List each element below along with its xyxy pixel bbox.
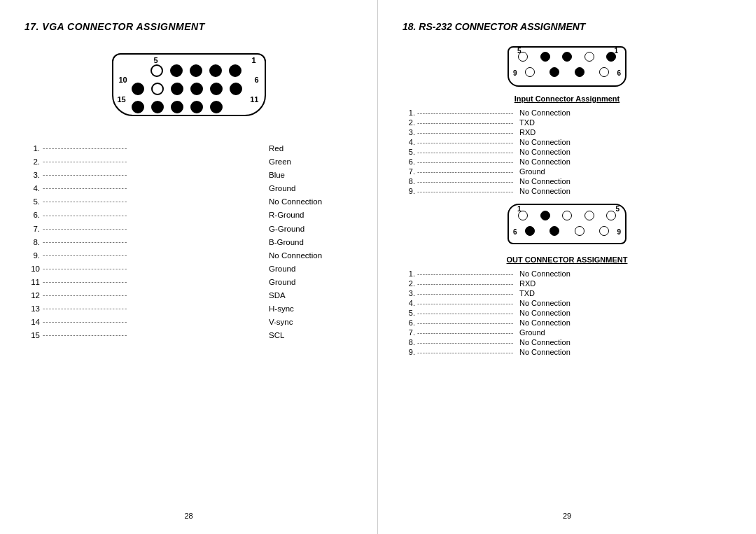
vga-pin-row: 6. ---------------------------- R-Ground [24, 209, 353, 220]
ipin-8 [575, 67, 584, 77]
pin-3 [190, 64, 202, 77]
input-pin-num: 5. [402, 148, 415, 156]
input-pin-row: 5. ------------------------------------ … [402, 148, 732, 156]
ipin-3 [562, 52, 572, 62]
vga-pin-dots: ---------------------------- [43, 157, 263, 167]
output-pin-num: 8. [402, 338, 415, 346]
vga-pin-row: 15 ---------------------------- SCL [24, 330, 353, 341]
output-pin-dots: ------------------------------------ [417, 309, 515, 317]
output-pin-signal: No Connection [519, 309, 603, 317]
input-pin-num: 6. [402, 157, 415, 166]
output-lbl-6: 6 [513, 228, 517, 236]
vga-pin-row: 3. ---------------------------- Blue [24, 169, 353, 181]
output-lbl-1: 1 [517, 205, 522, 213]
opin-8 [575, 226, 584, 236]
input-pin-signal: No Connection [519, 148, 603, 156]
output-pin-signal: TXD [519, 289, 603, 297]
pin-5 [150, 64, 163, 77]
vga-pin-row: 14 ---------------------------- V-sync [24, 316, 353, 328]
input-pin-dots: ------------------------------------ [417, 158, 515, 166]
vga-pin-dots: ---------------------------- [43, 277, 263, 287]
vga-pin-num: 10 [24, 263, 40, 274]
output-pin-row: 4. ------------------------------------ … [402, 299, 732, 307]
output-pin-signal: No Connection [519, 318, 603, 327]
vga-pin-signal: Red [269, 143, 353, 154]
vga-lbl-6: 6 [254, 76, 258, 84]
input-pin-signal: No Connection [519, 187, 603, 195]
input-pin-dots: ------------------------------------ [417, 148, 515, 156]
vga-pin-dots: ---------------------------- [43, 143, 263, 153]
vga-row1 [150, 64, 241, 77]
output-pin-dots: ------------------------------------ [417, 280, 515, 288]
vga-pin-num: 4. [24, 183, 40, 194]
output-lbl-5: 5 [615, 205, 620, 213]
input-pin-list: 1. ------------------------------------ … [402, 108, 732, 195]
input-pin-row: 7. ------------------------------------ … [402, 167, 732, 176]
input-pin-num: 2. [402, 118, 415, 127]
input-pin-dots: ------------------------------------ [417, 188, 515, 195]
vga-pin-dots: ---------------------------- [43, 290, 263, 300]
left-page: 17. VGA CONNECTOR ASSIGNMENT [0, 0, 378, 534]
output-lbl-9: 9 [617, 228, 621, 236]
input-pin-signal: RXD [519, 128, 603, 136]
vga-pin-num: 2. [24, 156, 40, 167]
output-pin-row: 8. ------------------------------------ … [402, 338, 732, 346]
vga-pin-row: 2. ---------------------------- Green [24, 156, 353, 167]
vga-pin-signal: Green [269, 156, 353, 167]
input-db9-row1 [518, 52, 616, 62]
opin-4 [584, 211, 594, 220]
pin-7r2 [190, 83, 203, 95]
input-pin-row: 6. ------------------------------------ … [402, 157, 732, 166]
vga-pin-row: 10 ---------------------------- Ground [24, 263, 353, 274]
input-lbl-9: 9 [513, 69, 517, 77]
output-pin-dots: ------------------------------------ [417, 319, 515, 327]
vga-pin-dots: ---------------------------- [43, 224, 263, 234]
vga-pin-num: 8. [24, 237, 40, 248]
input-pin-row: 9. ------------------------------------ … [402, 187, 732, 195]
vga-title: 17. VGA CONNECTOR ASSIGNMENT [24, 21, 353, 32]
output-pin-num: 7. [402, 328, 415, 337]
vga-pin-dots: ---------------------------- [43, 304, 263, 314]
input-pin-signal: No Connection [519, 108, 603, 117]
vga-pin-row: 5. ---------------------------- No Conne… [24, 196, 353, 207]
output-pin-list: 1. ------------------------------------ … [402, 269, 732, 356]
vga-pin-num: 9. [24, 250, 40, 261]
output-pin-row: 6. ------------------------------------ … [402, 318, 732, 327]
input-pin-signal: No Connection [519, 177, 603, 185]
pin-12 [190, 101, 203, 113]
opin-7 [550, 226, 559, 236]
input-pin-dots: ------------------------------------ [417, 109, 515, 117]
vga-pin-num: 3. [24, 169, 40, 181]
vga-pin-signal: Ground [269, 183, 353, 194]
output-db9-diagram: 1 5 6 9 [402, 204, 732, 253]
input-pin-dots: ------------------------------------ [417, 139, 515, 146]
input-pin-num: 3. [402, 128, 415, 136]
vga-pin-num: 7. [24, 223, 40, 234]
output-pin-signal: RXD [519, 279, 603, 288]
vga-pin-num: 14 [24, 316, 40, 328]
input-db9-row2 [525, 67, 609, 77]
output-pin-dots: ------------------------------------ [417, 339, 515, 346]
input-pin-signal: No Connection [519, 157, 603, 166]
input-pin-num: 7. [402, 167, 415, 176]
vga-row3 [132, 101, 223, 113]
vga-pin-num: 1. [24, 143, 40, 154]
output-pin-num: 2. [402, 279, 415, 288]
vga-pin-dots: ---------------------------- [43, 170, 263, 180]
vga-pin-num: 11 [24, 276, 40, 288]
input-lbl-1: 1 [614, 47, 618, 55]
input-connector-label: Input Connector Assignment [402, 94, 732, 103]
output-pin-num: 5. [402, 309, 415, 317]
ipin-7 [550, 67, 559, 77]
vga-lbl-11: 11 [250, 95, 258, 104]
page-number-right: 29 [563, 512, 571, 520]
ipin-9 [599, 67, 609, 77]
vga-pin-list: 1. ---------------------------- Red 2. -… [24, 143, 353, 341]
rs232-title: 18. RS-232 CONNECTOR ASSIGNMENT [402, 21, 732, 32]
output-pin-signal: No Connection [519, 348, 603, 356]
input-pin-row: 8. ------------------------------------ … [402, 177, 732, 185]
vga-pin-signal: No Connection [269, 196, 353, 207]
vga-pin-dots: ---------------------------- [43, 237, 263, 247]
input-db9-shape: 5 1 9 6 [507, 43, 626, 92]
input-pin-dots: ------------------------------------ [417, 168, 515, 176]
